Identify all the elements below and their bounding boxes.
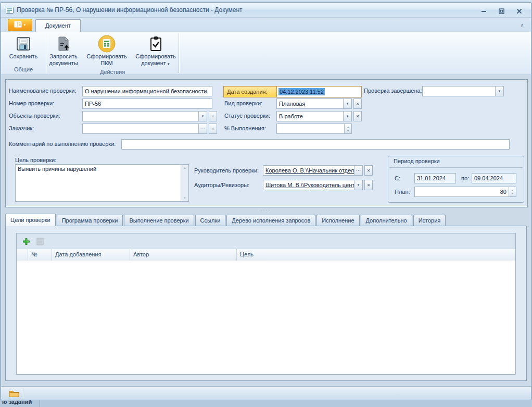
ribbon-separator [179,33,179,73]
period-from-label: С: [395,175,400,181]
generate-document-label: Сформировать документ▼ [132,53,179,68]
name-input[interactable] [82,86,212,96]
chevron-down-icon[interactable]: ▼ [343,99,351,108]
chevron-down-icon[interactable]: ▼ [198,112,207,121]
chevron-down-icon: ▼ [23,23,27,27]
auditors-clear-button[interactable]: ✕ [364,180,373,190]
request-documents-label: Запросить документы [46,53,81,67]
objects-label: Объекты проверки: [9,113,60,119]
document-window: Проверка № ПР-56, О нарушении информацио… [1,2,531,400]
grid-toolbar [17,233,515,249]
manager-clear-button[interactable]: ✕ [364,165,373,176]
background-window-strip: ю заданий [0,400,532,407]
status-label: Статус проверки: [224,113,270,119]
chevron-down-icon: ▼ [167,63,170,66]
percent-field[interactable]: ▲▼ [276,124,352,134]
application-menu-button[interactable]: ▼ [8,19,32,31]
splitter-handle[interactable]: ∙∙∙∙ [1,207,531,214]
ellipsis-icon[interactable]: … [198,124,207,133]
generate-pkm-label: Сформировать ПКМ [86,53,127,67]
finished-label: Проверка завершена: [364,88,422,94]
title-bar[interactable]: Проверка № ПР-56, О нарушении информацио… [1,3,531,18]
save-icon [15,34,32,53]
percent-label: % Выполнения: [224,125,266,131]
tab-request-tree[interactable]: Дерево исполнения запросов [226,215,315,226]
ellipsis-icon[interactable]: … [354,166,362,175]
generate-document-button[interactable]: Сформировать документ▼ [131,33,181,69]
ribbon-group-actions: Запросить документы Сформировать ПКМ Сфо… [46,32,179,75]
minimize-button[interactable] [479,7,488,15]
inspection-form-panel: Наименование проверки: Дата создания: 04… [5,79,528,207]
kind-clear-button[interactable]: ✕ [353,98,362,109]
scroll-down-icon[interactable]: ▼ [181,195,188,201]
tab-strip: Цели проверки Программа проверки Выполне… [5,214,527,226]
row-indicator-header [17,249,28,261]
created-date-label: Дата создания: [224,87,277,97]
generate-document-icon [148,34,163,53]
period-to-field[interactable]: 09.04.2024 [472,173,516,183]
window-title: Проверка № ПР-56, О нарушении информацио… [17,6,243,14]
tab-execution[interactable]: Выполнение проверки [124,215,194,226]
chevron-down-icon[interactable]: ▼ [354,180,362,190]
period-group-title: Период проверки [394,158,440,164]
goals-tab-panel: № Дата добавления Автор Цель [5,226,527,381]
grid-body [17,261,515,374]
folder-button[interactable] [8,389,20,398]
save-button[interactable]: Сохранить [6,33,41,61]
grid-header: № Дата добавления Автор Цель [17,249,515,261]
tab-additional[interactable]: Дополнительно [361,215,412,226]
kind-field[interactable]: Плановая ▼ [276,98,352,109]
name-label: Наименование проверки: [9,88,76,94]
status-clear-button[interactable]: ✕ [353,111,362,121]
manager-label: Руководитель проверки: [194,167,259,174]
objects-field[interactable]: ▼ [82,111,207,121]
background-window-separator [40,400,40,407]
column-header-date-added[interactable]: Дата добавления [52,249,130,261]
period-from-field[interactable]: 31.01.2024 [414,173,456,183]
ribbon-group-general-label: Общие [1,66,46,75]
goals-grid: № Дата добавления Автор Цель [16,233,516,375]
collapse-ribbon-button[interactable]: ∧ [517,21,527,29]
tab-program[interactable]: Программа проверки [57,215,123,226]
created-date-value: 04.12.2023 11:52 [277,87,361,97]
status-field[interactable]: В работе ▼ [276,111,352,121]
goal-label: Цель проверки: [15,157,56,163]
number-input[interactable] [82,98,212,109]
background-window-text: ю заданий [2,400,32,405]
objects-clear-button: ✕ [209,111,217,121]
spinner-icon[interactable]: ▲▼ [344,124,351,133]
goal-scrollbar[interactable]: ▲ ▼ [181,165,188,201]
close-button[interactable] [514,7,524,15]
app-menu-icon [14,20,22,30]
tab-history[interactable]: История [413,215,446,226]
auditors-label: Аудиторы/Ревизоры: [194,182,249,188]
customer-field[interactable]: … [82,124,207,134]
tab-performance[interactable]: Исполнение [316,215,359,226]
spinner-icon[interactable]: ▲▼ [509,187,516,197]
finished-field[interactable]: ▼ [422,86,504,96]
splitter-dots-icon: ∙∙∙∙ [260,209,272,212]
ribbon: Сохранить Общие Запросить документы Сфо [1,32,531,75]
ribbon-tab-document[interactable]: Документ [35,19,81,32]
request-documents-button[interactable]: Запросить документы [44,33,83,68]
auditors-field[interactable]: Шитова М. В.\\Руководитель центра ▼ [263,180,363,190]
column-header-number[interactable]: № [28,249,52,261]
scroll-up-icon[interactable]: ▲ [181,165,188,171]
created-date-field[interactable]: Дата создания: 04.12.2023 11:52 [223,86,362,97]
comment-input[interactable] [121,139,510,150]
column-header-author[interactable]: Автор [130,249,237,261]
period-plan-field[interactable]: 80 [414,187,509,197]
content-area: Наименование проверки: Дата создания: 04… [1,75,531,386]
add-row-button[interactable] [22,237,31,246]
tab-links[interactable]: Ссылки [195,215,226,226]
chevron-down-icon[interactable]: ▼ [343,112,351,121]
tab-goals[interactable]: Цели проверки [5,214,56,226]
period-to-label: по: [461,175,469,181]
generate-pkm-button[interactable]: Сформировать ПКМ [85,33,129,68]
manager-field[interactable]: Королева О. В.\\Начальник отдела … [263,165,363,176]
goal-textarea[interactable]: Выявить причины нарушений ▲ ▼ [15,164,189,202]
column-header-goal[interactable]: Цель [237,249,515,261]
generate-pkm-icon [97,34,116,53]
maximize-button[interactable] [497,7,506,15]
chevron-down-icon[interactable]: ▼ [495,87,503,96]
